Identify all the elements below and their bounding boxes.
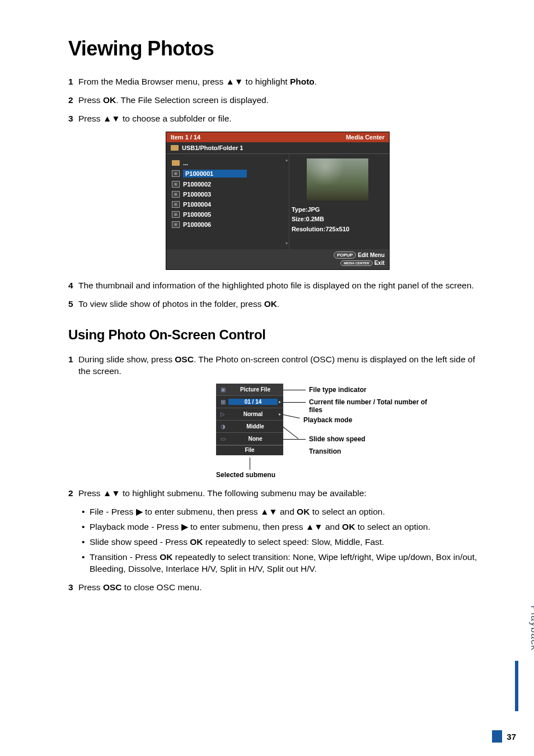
step-2: 2 Press OK. The File Selection screen is… — [68, 95, 487, 106]
file-row[interactable]: ▣ P1000001 — [171, 169, 284, 179]
up-down-icon: ▲▼ — [306, 522, 323, 531]
osc-step-2: 2 Press ▲▼ to highlight submenu. The fol… — [68, 488, 487, 500]
step-text: Press OSC to close OSC menu. — [78, 582, 487, 594]
label-selected-submenu: Selected submenu — [216, 471, 275, 479]
step-number: 1 — [68, 354, 78, 377]
osc-step-1: 1 During slide show, press OSC. The Phot… — [68, 354, 487, 377]
step-3: 3 Press ▲▼ to choose a subfolder or file… — [68, 113, 487, 125]
screen-title: Media Center — [346, 134, 385, 141]
step-text: Press ▲▼ to choose a subfolder or file. — [78, 113, 487, 125]
osc-row-mode[interactable]: ▷ Normal▸ — [216, 408, 283, 421]
osc-diagram: ▣ Picture File ▦ 01 / 14▸ ▷ Normal▸ ◑ Mi… — [121, 384, 434, 482]
page-number: 37 — [492, 730, 516, 743]
image-icon: ▣ — [172, 191, 180, 198]
osc-submenu-label: File — [216, 445, 283, 455]
photo-thumbnail — [307, 158, 368, 200]
path-text: USB1/Photo/Folder 1 — [182, 144, 243, 151]
label-speed: Slide show speed — [309, 435, 366, 443]
label-filetype: File type indicator — [309, 386, 367, 394]
step-number: 3 — [68, 113, 78, 125]
side-tab-label: Playback — [528, 605, 534, 651]
osc-panel: ▣ Picture File ▦ 01 / 14▸ ▷ Normal▸ ◑ Mi… — [216, 384, 283, 455]
step-4: 4 The thumbnail and information of the h… — [68, 280, 487, 292]
image-icon: ▣ — [172, 221, 180, 228]
file-list[interactable]: ... ▣ P1000001 ▣ P1000002 ▣ P1000003 ▣ P… — [166, 154, 289, 249]
media-key-icon: MEDIA CENTER — [340, 260, 372, 266]
right-icon: ▶ — [136, 507, 143, 516]
scrollbar[interactable]: ▴▾ — [285, 157, 288, 246]
osc-step-3: 3 Press OSC to close OSC menu. — [68, 582, 487, 594]
list-icon: ▦ — [217, 399, 228, 405]
exit-label: Exit — [374, 260, 385, 266]
side-tab-bar — [515, 661, 518, 711]
right-icon: ▶ — [181, 522, 188, 531]
osc-row-speed[interactable]: ◑ Middle — [216, 421, 283, 433]
osc-row-transition[interactable]: ▭ None — [216, 433, 283, 445]
scroll-down-icon[interactable]: ▾ — [285, 241, 288, 246]
speed-icon: ◑ — [217, 423, 228, 430]
step-text: From the Media Browser menu, press ▲▼ to… — [78, 76, 487, 88]
label-mode: Playback mode — [303, 416, 352, 424]
osc-row-filenum[interactable]: ▦ 01 / 14▸ — [216, 396, 283, 408]
file-row[interactable]: ▣ P1000003 — [171, 190, 284, 199]
osc-row-filetype[interactable]: ▣ Picture File — [216, 384, 283, 396]
file-row[interactable]: ▣ P1000002 — [171, 180, 284, 189]
meta-resolution: Resolution:725x510 — [292, 225, 385, 235]
page-number-block — [492, 730, 502, 743]
parent-folder[interactable]: ... — [171, 158, 284, 167]
meta-size: Size:0.2MB — [292, 214, 385, 225]
meta-type: Type:JPG — [292, 205, 385, 215]
image-icon: ▣ — [172, 181, 180, 188]
step-text: During slide show, press OSC. The Photo … — [78, 354, 487, 377]
page-title: Viewing Photos — [68, 37, 487, 60]
side-tab: Playback — [506, 599, 518, 711]
image-icon: ▣ — [172, 170, 180, 177]
step-text: The thumbnail and information of the hig… — [78, 280, 487, 292]
play-icon: ▷ — [217, 411, 228, 417]
bullet-speed: • Slide show speed - Press OK repeatedly… — [82, 536, 487, 548]
step-text: To view slide show of photos in the fold… — [78, 298, 487, 310]
up-down-icon: ▲▼ — [260, 507, 278, 516]
step-number: 3 — [68, 582, 78, 594]
preview-panel: ▴▾ Type:JPG Size:0.2MB Resolution:725x51… — [289, 154, 389, 249]
step-number: 5 — [68, 298, 78, 310]
bullet-playback: • Playback mode - Press ▶ to enter subme… — [82, 521, 487, 533]
step-text: Press OK. The File Selection screen is d… — [78, 95, 487, 106]
picture-icon: ▣ — [217, 386, 228, 393]
media-center-screenshot: Item 1 / 14 Media Center USB1/Photo/Fold… — [166, 132, 390, 270]
item-count: Item 1 / 14 — [171, 134, 200, 141]
step-number: 2 — [68, 488, 78, 500]
step-1: 1 From the Media Browser menu, press ▲▼ … — [68, 76, 487, 88]
step-number: 1 — [68, 76, 78, 88]
step-text: Press ▲▼ to highlight submenu. The follo… — [78, 488, 487, 500]
header-bar: Item 1 / 14 Media Center — [166, 132, 389, 142]
section-title: Using Photo On-Screen Control — [68, 327, 487, 343]
up-down-icon: ▲▼ — [103, 488, 120, 498]
label-transition: Transition — [309, 447, 341, 455]
bullet-transition: • Transition - Press OK repeatedly to se… — [82, 552, 487, 575]
file-row[interactable]: ▣ P1000005 — [171, 210, 284, 219]
page-number-text: 37 — [507, 732, 516, 741]
footer-bar: POPUPEdit Menu MEDIA CENTERExit — [166, 249, 389, 269]
up-down-icon: ▲▼ — [103, 114, 120, 123]
folder-icon — [172, 160, 180, 166]
scroll-up-icon[interactable]: ▴ — [285, 157, 288, 162]
right-arrow-icon: ▸ — [278, 399, 282, 404]
step-5: 5 To view slide show of photos in the fo… — [68, 298, 487, 310]
image-icon: ▣ — [172, 201, 180, 208]
right-arrow-icon: ▸ — [278, 412, 282, 417]
drive-icon — [171, 145, 179, 151]
up-down-icon: ▲▼ — [226, 77, 243, 86]
label-filenum: Current file number / Total number of fi… — [309, 398, 434, 414]
file-row[interactable]: ▣ P1000004 — [171, 200, 284, 209]
popup-key-icon: POPUP — [334, 251, 356, 259]
path-bar: USB1/Photo/Folder 1 — [166, 142, 389, 154]
file-row[interactable]: ▣ P1000006 — [171, 220, 284, 229]
edit-menu-label: Edit Menu — [358, 252, 385, 258]
bullet-file: • File - Press ▶ to enter submenu, then … — [82, 506, 487, 518]
step-number: 2 — [68, 95, 78, 106]
transition-icon: ▭ — [217, 436, 228, 442]
image-icon: ▣ — [172, 211, 180, 218]
step-number: 4 — [68, 280, 78, 292]
